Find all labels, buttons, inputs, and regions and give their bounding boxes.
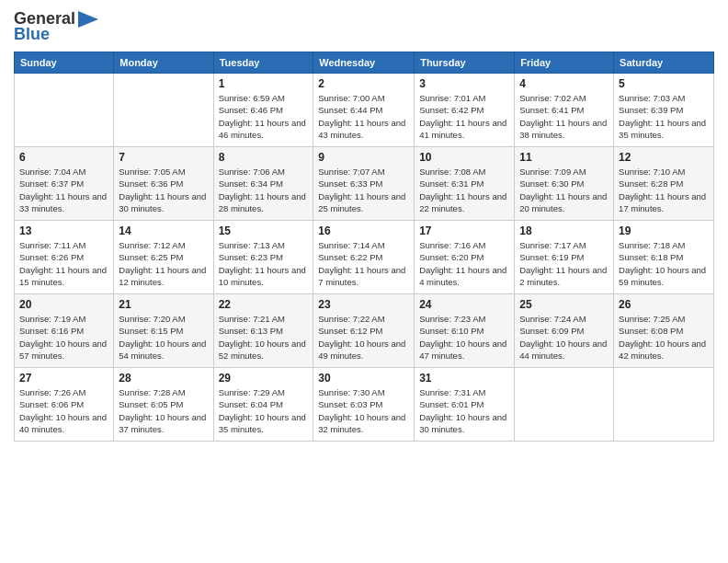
calendar-cell: 2Sunrise: 7:00 AMSunset: 6:44 PMDaylight… <box>313 74 415 147</box>
day-info: Sunrise: 7:12 AMSunset: 6:25 PMDaylight:… <box>119 239 208 288</box>
day-number: 22 <box>219 298 309 311</box>
day-info: Sunrise: 7:11 AMSunset: 6:26 PMDaylight:… <box>19 239 108 288</box>
calendar-header-row: SundayMondayTuesdayWednesdayThursdayFrid… <box>15 52 714 74</box>
calendar-cell: 20Sunrise: 7:19 AMSunset: 6:16 PMDayligh… <box>15 294 114 368</box>
day-info: Sunrise: 7:26 AMSunset: 6:06 PMDaylight:… <box>19 386 108 435</box>
day-number: 5 <box>619 77 709 90</box>
day-number: 2 <box>318 77 409 90</box>
day-info: Sunrise: 7:23 AMSunset: 6:10 PMDaylight:… <box>419 313 509 362</box>
day-number: 1 <box>219 77 309 90</box>
day-info: Sunrise: 7:24 AMSunset: 6:09 PMDaylight:… <box>519 313 609 362</box>
calendar-cell: 3Sunrise: 7:01 AMSunset: 6:42 PMDaylight… <box>415 74 515 147</box>
day-info: Sunrise: 7:13 AMSunset: 6:23 PMDaylight:… <box>219 239 309 288</box>
day-number: 12 <box>619 151 709 164</box>
calendar-cell <box>515 368 614 442</box>
weekday-header-monday: Monday <box>114 52 213 74</box>
calendar-cell: 8Sunrise: 7:06 AMSunset: 6:34 PMDaylight… <box>213 147 313 221</box>
day-number: 10 <box>419 151 509 164</box>
day-number: 18 <box>519 224 609 237</box>
day-info: Sunrise: 7:31 AMSunset: 6:01 PMDaylight:… <box>419 386 509 435</box>
day-number: 26 <box>619 298 709 311</box>
day-info: Sunrise: 7:00 AMSunset: 6:44 PMDaylight:… <box>318 92 409 141</box>
day-info: Sunrise: 7:06 AMSunset: 6:34 PMDaylight:… <box>219 166 309 214</box>
day-number: 19 <box>619 224 709 237</box>
header: General Blue <box>14 9 714 44</box>
day-info: Sunrise: 7:22 AMSunset: 6:12 PMDaylight:… <box>318 313 409 362</box>
day-number: 29 <box>219 372 309 385</box>
day-info: Sunrise: 7:18 AMSunset: 6:18 PMDaylight:… <box>619 239 709 288</box>
calendar-cell: 16Sunrise: 7:14 AMSunset: 6:22 PMDayligh… <box>313 221 415 294</box>
day-info: Sunrise: 7:08 AMSunset: 6:31 PMDaylight:… <box>419 166 509 214</box>
day-number: 3 <box>419 77 509 90</box>
calendar-table: SundayMondayTuesdayWednesdayThursdayFrid… <box>14 52 714 442</box>
day-info: Sunrise: 7:28 AMSunset: 6:05 PMDaylight:… <box>119 386 208 435</box>
svg-marker-0 <box>78 11 98 28</box>
day-number: 8 <box>219 151 309 164</box>
weekday-header-thursday: Thursday <box>415 52 515 74</box>
day-number: 20 <box>19 298 108 311</box>
calendar-cell: 30Sunrise: 7:30 AMSunset: 6:03 PMDayligh… <box>313 368 415 442</box>
day-number: 4 <box>519 77 609 90</box>
day-info: Sunrise: 7:01 AMSunset: 6:42 PMDaylight:… <box>419 92 509 141</box>
day-number: 17 <box>419 224 509 237</box>
calendar-cell: 24Sunrise: 7:23 AMSunset: 6:10 PMDayligh… <box>415 294 515 368</box>
calendar-cell: 21Sunrise: 7:20 AMSunset: 6:15 PMDayligh… <box>114 294 213 368</box>
day-info: Sunrise: 6:59 AMSunset: 6:46 PMDaylight:… <box>219 92 309 141</box>
calendar-cell: 9Sunrise: 7:07 AMSunset: 6:33 PMDaylight… <box>313 147 415 221</box>
day-number: 31 <box>419 372 509 385</box>
day-number: 13 <box>19 224 108 237</box>
weekday-header-friday: Friday <box>515 52 614 74</box>
calendar-cell: 5Sunrise: 7:03 AMSunset: 6:39 PMDaylight… <box>614 74 714 147</box>
day-info: Sunrise: 7:29 AMSunset: 6:04 PMDaylight:… <box>219 386 309 435</box>
day-info: Sunrise: 7:07 AMSunset: 6:33 PMDaylight:… <box>318 166 409 214</box>
day-number: 16 <box>318 224 409 237</box>
day-number: 28 <box>119 372 208 385</box>
weekday-header-wednesday: Wednesday <box>313 52 415 74</box>
calendar-week-2: 6Sunrise: 7:04 AMSunset: 6:37 PMDaylight… <box>15 147 714 221</box>
day-info: Sunrise: 7:05 AMSunset: 6:36 PMDaylight:… <box>119 166 208 214</box>
calendar-cell: 11Sunrise: 7:09 AMSunset: 6:30 PMDayligh… <box>515 147 614 221</box>
weekday-header-saturday: Saturday <box>614 52 714 74</box>
calendar-week-4: 20Sunrise: 7:19 AMSunset: 6:16 PMDayligh… <box>15 294 714 368</box>
calendar-cell: 12Sunrise: 7:10 AMSunset: 6:28 PMDayligh… <box>614 147 714 221</box>
calendar-cell: 10Sunrise: 7:08 AMSunset: 6:31 PMDayligh… <box>415 147 515 221</box>
day-number: 25 <box>519 298 609 311</box>
calendar-week-3: 13Sunrise: 7:11 AMSunset: 6:26 PMDayligh… <box>15 221 714 294</box>
day-number: 24 <box>419 298 509 311</box>
day-number: 9 <box>318 151 409 164</box>
calendar-cell: 31Sunrise: 7:31 AMSunset: 6:01 PMDayligh… <box>415 368 515 442</box>
day-number: 14 <box>119 224 208 237</box>
day-info: Sunrise: 7:16 AMSunset: 6:20 PMDaylight:… <box>419 239 509 288</box>
day-number: 23 <box>318 298 409 311</box>
calendar-cell: 19Sunrise: 7:18 AMSunset: 6:18 PMDayligh… <box>614 221 714 294</box>
calendar-cell: 23Sunrise: 7:22 AMSunset: 6:12 PMDayligh… <box>313 294 415 368</box>
day-info: Sunrise: 7:21 AMSunset: 6:13 PMDaylight:… <box>219 313 309 362</box>
day-info: Sunrise: 7:14 AMSunset: 6:22 PMDaylight:… <box>318 239 409 288</box>
weekday-header-tuesday: Tuesday <box>213 52 313 74</box>
day-number: 27 <box>19 372 108 385</box>
day-info: Sunrise: 7:02 AMSunset: 6:41 PMDaylight:… <box>519 92 609 141</box>
calendar-cell: 22Sunrise: 7:21 AMSunset: 6:13 PMDayligh… <box>213 294 313 368</box>
day-info: Sunrise: 7:04 AMSunset: 6:37 PMDaylight:… <box>19 166 108 214</box>
day-number: 7 <box>119 151 208 164</box>
day-number: 11 <box>519 151 609 164</box>
calendar-cell: 15Sunrise: 7:13 AMSunset: 6:23 PMDayligh… <box>213 221 313 294</box>
weekday-header-sunday: Sunday <box>15 52 114 74</box>
calendar-cell: 28Sunrise: 7:28 AMSunset: 6:05 PMDayligh… <box>114 368 213 442</box>
calendar-cell: 25Sunrise: 7:24 AMSunset: 6:09 PMDayligh… <box>515 294 614 368</box>
calendar-cell: 14Sunrise: 7:12 AMSunset: 6:25 PMDayligh… <box>114 221 213 294</box>
day-info: Sunrise: 7:30 AMSunset: 6:03 PMDaylight:… <box>318 386 409 435</box>
calendar-cell: 13Sunrise: 7:11 AMSunset: 6:26 PMDayligh… <box>15 221 114 294</box>
day-info: Sunrise: 7:20 AMSunset: 6:15 PMDaylight:… <box>119 313 208 362</box>
day-info: Sunrise: 7:19 AMSunset: 6:16 PMDaylight:… <box>19 313 108 362</box>
logo: General Blue <box>14 9 98 44</box>
day-info: Sunrise: 7:03 AMSunset: 6:39 PMDaylight:… <box>619 92 709 141</box>
calendar-cell <box>15 74 114 147</box>
calendar-cell: 27Sunrise: 7:26 AMSunset: 6:06 PMDayligh… <box>15 368 114 442</box>
calendar-week-1: 1Sunrise: 6:59 AMSunset: 6:46 PMDaylight… <box>15 74 714 147</box>
calendar-week-5: 27Sunrise: 7:26 AMSunset: 6:06 PMDayligh… <box>15 368 714 442</box>
calendar-cell <box>114 74 213 147</box>
calendar-cell: 6Sunrise: 7:04 AMSunset: 6:37 PMDaylight… <box>15 147 114 221</box>
day-info: Sunrise: 7:25 AMSunset: 6:08 PMDaylight:… <box>619 313 709 362</box>
day-number: 30 <box>318 372 409 385</box>
